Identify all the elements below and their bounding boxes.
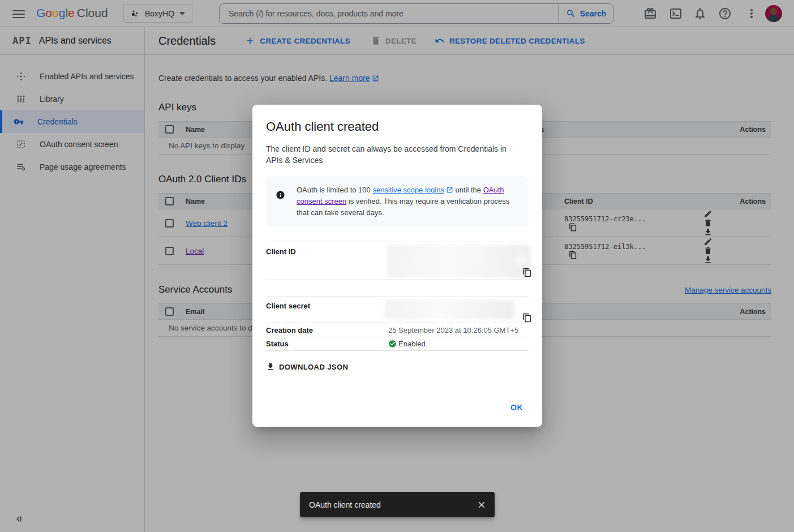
- status-label: Status: [266, 340, 388, 348]
- client-secret-redacted-value: [385, 300, 514, 319]
- client-secret-row: Client secret: [266, 297, 529, 323]
- copy-client-id-icon[interactable]: [522, 268, 532, 277]
- creation-date-row: Creation date 25 September 2023 at 10:26…: [266, 323, 529, 337]
- close-icon[interactable]: [477, 500, 487, 510]
- client-id-label: Client ID: [266, 247, 388, 256]
- dialog-title: OAuth client created: [266, 119, 529, 134]
- spacer-row: [266, 280, 529, 297]
- download-icon: [266, 362, 275, 371]
- external-link-icon: [446, 186, 453, 194]
- download-json-button[interactable]: DOWNLOAD JSON: [266, 359, 354, 375]
- ok-button[interactable]: OK: [506, 398, 527, 417]
- client-secret-label: Client secret: [266, 302, 388, 310]
- creation-date-label: Creation date: [266, 326, 388, 334]
- snackbar: OAuth client created: [300, 492, 495, 517]
- copy-client-secret-icon[interactable]: [522, 313, 532, 323]
- creation-date-value: 25 September 2023 at 10:26:05 GMT+5: [388, 326, 529, 334]
- status-value: Enabled: [398, 340, 426, 348]
- client-id-redacted-value: [387, 245, 530, 278]
- oauth-client-created-dialog: OAuth client created The client ID and s…: [252, 105, 542, 427]
- info-icon: [276, 190, 285, 200]
- check-circle-icon: [388, 340, 397, 348]
- client-id-row: Client ID: [266, 242, 529, 280]
- snackbar-message: OAuth client created: [309, 500, 381, 509]
- dialog-body-text: The client ID and secret can always be a…: [266, 143, 521, 166]
- oauth-limit-notice: OAuth is limited to 100 sensitive scope …: [266, 176, 529, 227]
- sensitive-scope-logins-link[interactable]: sensitive scope logins: [372, 186, 453, 194]
- status-row: Status Enabled: [266, 337, 529, 351]
